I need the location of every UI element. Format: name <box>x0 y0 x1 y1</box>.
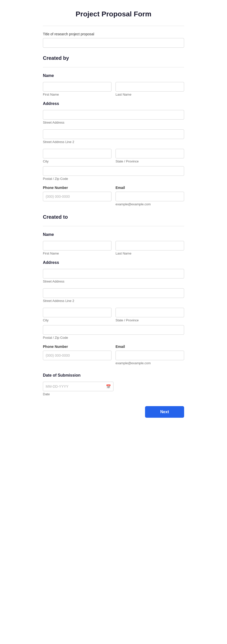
created-to-street2-input[interactable] <box>43 288 184 298</box>
created-to-name-label: Name <box>43 232 184 237</box>
created-by-email-label: Email <box>116 186 184 190</box>
created-by-street2-group: Street Address Line 2 <box>43 129 184 144</box>
created-by-divider <box>43 67 184 67</box>
created-to-email-label: Email <box>116 345 184 349</box>
research-title-input[interactable] <box>43 38 184 48</box>
created-by-phone-col: Phone Number <box>43 186 111 201</box>
next-button[interactable]: Next <box>145 406 184 418</box>
created-to-header: Created to <box>43 214 184 220</box>
created-to-firstname-label: First Name <box>43 251 111 255</box>
created-by-city-input[interactable] <box>43 149 111 158</box>
created-to-phone-label: Phone Number <box>43 345 111 349</box>
created-to-firstname-col: First Name <box>43 241 111 255</box>
created-to-street-group: Street Address <box>43 269 184 283</box>
created-to-street2-group: Street Address Line 2 <box>43 288 184 303</box>
created-by-postal-input[interactable] <box>43 166 184 176</box>
created-to-lastname-label: Last Name <box>116 251 184 255</box>
created-to-name-row: First Name Last Name <box>43 241 184 255</box>
created-by-street2-input[interactable] <box>43 129 184 139</box>
created-to-city-col: City <box>43 308 111 322</box>
created-by-street2-label: Street Address Line 2 <box>43 140 184 144</box>
created-to-postal-input[interactable] <box>43 325 184 335</box>
created-to-lastname-col: Last Name <box>116 241 184 255</box>
created-by-firstname-input[interactable] <box>43 82 111 92</box>
created-to-postal-group: Postal / Zip Code <box>43 325 184 340</box>
created-to-name-group: Name First Name Last Name <box>43 232 184 255</box>
created-by-lastname-input[interactable] <box>116 82 184 92</box>
created-to-state-input[interactable] <box>116 308 184 317</box>
created-by-lastname-label: Last Name <box>116 93 184 96</box>
created-to-city-label: City <box>43 318 111 322</box>
date-submission-section: Date of Submission 📅 Date <box>43 373 184 396</box>
page-title: Project Proposal Form <box>43 10 184 18</box>
created-to-title: Created to <box>43 214 184 220</box>
date-input-wrapper: 📅 <box>43 382 114 391</box>
created-by-phone-input[interactable] <box>43 192 111 201</box>
next-button-container: Next <box>43 406 184 418</box>
created-to-email-sublabel: example@example.com <box>116 361 184 365</box>
created-to-street2-label: Street Address Line 2 <box>43 299 184 303</box>
created-by-address-group: Address Street Address Street Address Li… <box>43 101 184 181</box>
created-by-header: Created by <box>43 55 184 61</box>
created-to-email-input[interactable] <box>116 351 184 360</box>
created-by-street-label: Street Address <box>43 121 184 124</box>
created-to-phone-col: Phone Number <box>43 345 111 360</box>
created-by-lastname-col: Last Name <box>116 82 184 96</box>
research-title-label: Title of research project proposal <box>43 32 184 36</box>
created-to-phone-email-row: Phone Number Email example@example.com <box>43 345 184 365</box>
created-by-state-input[interactable] <box>116 149 184 158</box>
top-divider <box>43 26 184 26</box>
created-to-email-col: Email example@example.com <box>116 345 184 365</box>
created-by-city-state-row: City State / Province <box>43 149 184 163</box>
created-by-state-label: State / Province <box>116 159 184 163</box>
created-by-firstname-col: First Name <box>43 82 111 96</box>
created-to-phone-input[interactable] <box>43 351 111 360</box>
created-by-email-col: Email example@example.com <box>116 186 184 206</box>
created-to-address-label: Address <box>43 260 184 265</box>
created-to-address-group: Address Street Address Street Address Li… <box>43 260 184 340</box>
created-by-name-label: Name <box>43 73 184 78</box>
created-by-section: Created by Name First Name Last Name Add… <box>43 55 184 206</box>
created-to-divider <box>43 226 184 226</box>
created-by-postal-group: Postal / Zip Code <box>43 166 184 181</box>
created-by-firstname-label: First Name <box>43 93 111 96</box>
created-to-section: Created to Name First Name Last Name Add… <box>43 214 184 365</box>
created-by-phone-email-row: Phone Number Email example@example.com <box>43 186 184 206</box>
created-by-city-label: City <box>43 159 111 163</box>
created-to-city-input[interactable] <box>43 308 111 317</box>
created-to-city-state-row: City State / Province <box>43 308 184 322</box>
created-by-name-row: First Name Last Name <box>43 82 184 96</box>
created-to-firstname-input[interactable] <box>43 241 111 250</box>
date-input[interactable] <box>43 382 114 391</box>
research-title-field: Title of research project proposal <box>43 32 184 48</box>
created-to-state-col: State / Province <box>116 308 184 322</box>
created-by-title: Created by <box>43 55 184 61</box>
created-by-street-input[interactable] <box>43 110 184 120</box>
created-to-postal-label: Postal / Zip Code <box>43 336 184 340</box>
created-to-street-input[interactable] <box>43 269 184 278</box>
created-by-street-group: Street Address <box>43 110 184 124</box>
date-submission-title: Date of Submission <box>43 373 184 378</box>
created-by-phone-label: Phone Number <box>43 186 111 190</box>
created-by-email-input[interactable] <box>116 192 184 201</box>
created-by-address-label: Address <box>43 101 184 106</box>
date-sublabel: Date <box>43 392 184 396</box>
created-by-name-group: Name First Name Last Name <box>43 73 184 96</box>
created-by-city-col: City <box>43 149 111 163</box>
created-by-state-col: State / Province <box>116 149 184 163</box>
created-to-street-label: Street Address <box>43 279 184 283</box>
created-by-postal-label: Postal / Zip Code <box>43 177 184 181</box>
created-to-lastname-input[interactable] <box>116 241 184 250</box>
created-to-state-label: State / Province <box>116 318 184 322</box>
created-by-email-sublabel: example@example.com <box>116 202 184 206</box>
